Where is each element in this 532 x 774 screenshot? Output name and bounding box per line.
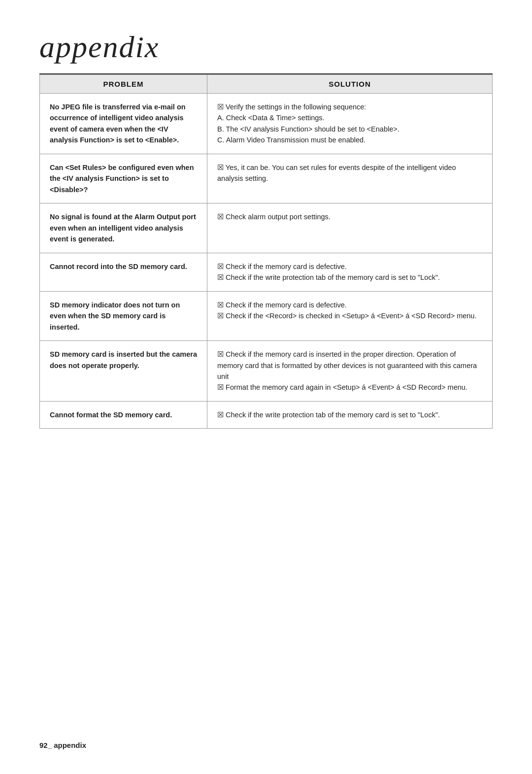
troubleshooting-table: PROBLEM SOLUTION No JPEG file is transfe… [39,74,493,429]
table-row: SD memory card is inserted but the camer… [40,341,493,402]
problem-cell: Cannot format the SD memory card. [40,401,207,428]
table-row: SD memory indicator does not turn on eve… [40,291,493,340]
solution-cell: ☒ Check if the memory card is defective.… [207,253,493,291]
solution-cell: ☒ Check if the write protection tab of t… [207,401,493,428]
table-row: No signal is found at the Alarm Output p… [40,203,493,253]
problem-cell: SD memory indicator does not turn on eve… [40,291,207,340]
table-header-row: PROBLEM SOLUTION [40,75,493,94]
table-row: Can <Set Rules> be configured even when … [40,154,493,203]
solution-cell: ☒ Yes, it can be. You can set rules for … [207,154,493,203]
problem-cell: Cannot record into the SD memory card. [40,253,207,291]
table-row: Cannot format the SD memory card.☒ Check… [40,401,493,428]
table-row: Cannot record into the SD memory card.☒ … [40,253,493,291]
page-title: appendix [39,30,493,65]
page-footer: 92_ appendix [39,741,86,749]
solution-cell: ☒ Check alarm output port settings. [207,203,493,253]
solution-cell: ☒ Check if the memory card is defective.… [207,291,493,340]
problem-header: PROBLEM [40,75,207,94]
solution-cell: ☒ Verify the settings in the following s… [207,94,493,154]
problem-cell: Can <Set Rules> be configured even when … [40,154,207,203]
solution-cell: ☒ Check if the memory card is inserted i… [207,341,493,402]
problem-cell: No signal is found at the Alarm Output p… [40,203,207,253]
problem-cell: SD memory card is inserted but the camer… [40,341,207,402]
table-row: No JPEG file is transferred via e-mail o… [40,94,493,154]
problem-cell: No JPEG file is transferred via e-mail o… [40,94,207,154]
solution-header: SOLUTION [207,75,493,94]
